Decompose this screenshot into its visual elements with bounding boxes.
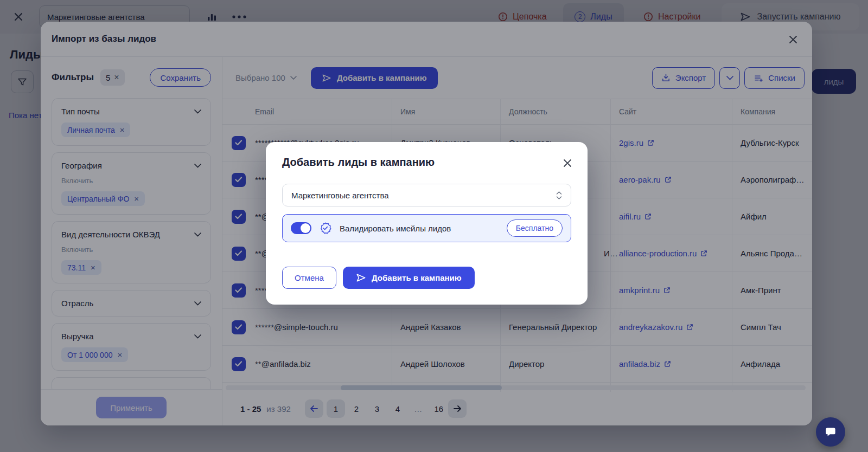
validate-label: Валидировать имейлы лидов xyxy=(340,224,451,233)
chat-widget-button[interactable] xyxy=(816,417,845,447)
select-updown-icon xyxy=(556,191,562,200)
campaign-select-value: Маркетинговые агентства xyxy=(291,191,389,200)
cancel-button[interactable]: Отмена xyxy=(282,267,336,289)
chat-bubble-icon xyxy=(824,425,838,439)
toggle-knob xyxy=(301,223,310,233)
dialog-close-icon[interactable] xyxy=(561,157,573,169)
validate-toggle[interactable] xyxy=(291,222,311,234)
validate-emails-row: Валидировать имейлы лидов Бесплатно xyxy=(282,214,571,242)
screen: Цепочка 2 Лиды Настройки Запустить кампа… xyxy=(0,0,868,452)
add-leads-dialog: Добавить лиды в кампанию Маркетинговые а… xyxy=(266,142,588,305)
free-badge: Бесплатно xyxy=(507,219,563,237)
campaign-select[interactable]: Маркетинговые агентства xyxy=(282,184,571,206)
dialog-title: Добавить лиды в кампанию xyxy=(282,156,435,169)
send-icon xyxy=(356,273,366,283)
verified-badge-icon xyxy=(319,222,332,235)
submit-add-to-campaign-button[interactable]: Добавить в кампанию xyxy=(343,267,475,289)
